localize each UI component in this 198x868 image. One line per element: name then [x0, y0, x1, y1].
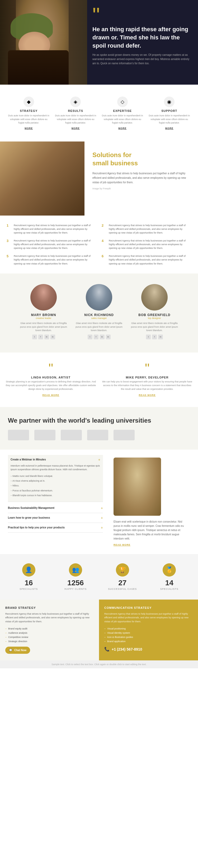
- stat-number-cases: 27: [104, 579, 141, 587]
- faq-item-2: Learn how to grow your business +: [8, 513, 103, 523]
- faq-open-title: Create a Webinar in Minutes: [10, 458, 46, 461]
- chat-icon: 💬: [9, 649, 12, 652]
- stat-label-specialists-2: SPECIALISTS: [151, 588, 188, 590]
- team-avatar-bob: [141, 284, 168, 310]
- stat-specialists-1: 👤 16 SPECIALISTS: [10, 563, 47, 590]
- faq-item-1: Business Sustainability Management +: [8, 503, 103, 513]
- instagram-icon[interactable]: in: [44, 335, 49, 339]
- expertise-more-link[interactable]: MORE: [102, 127, 143, 130]
- expertise-title: EXPERTISE: [102, 109, 143, 113]
- team-member-mary: MARY BROWN creative leader Glae amet nir…: [20, 284, 67, 339]
- support-more-link[interactable]: MORE: [149, 127, 190, 130]
- faq-list-item: Purus ut faucibus pulvinar elementum.: [10, 488, 100, 493]
- support-title: SUPPORT: [149, 109, 190, 113]
- team-name-nick: NICK RICHMOND: [75, 313, 123, 317]
- comm-list-item-3: Icon & Illustration guides: [104, 635, 193, 639]
- bob-avatar-img: [141, 284, 168, 310]
- stat-number-clients: 1256: [57, 579, 94, 587]
- faq-plus-icon-2: +: [101, 516, 103, 520]
- faq-header-2[interactable]: Learn how to grow your business +: [8, 516, 103, 520]
- strategy-more-link[interactable]: MORE: [8, 127, 50, 130]
- phone-icon: 📞: [104, 647, 110, 652]
- chat-now-button[interactable]: 💬 Chat Now: [5, 647, 30, 654]
- small-biz-title: Solutions for small business: [92, 151, 190, 167]
- expertise-icon: ◇: [117, 96, 128, 107]
- facebook-icon[interactable]: f: [38, 335, 43, 339]
- faq-open-header[interactable]: Create a Webinar in Minutes +: [10, 458, 100, 462]
- faq-read-more[interactable]: READ MORE: [114, 544, 188, 546]
- list-item: 1 Recruitment Agency that strives to hel…: [7, 223, 96, 235]
- faq-list-item: At risus viverra adipiscing at in.: [10, 478, 100, 483]
- stat-number-specialists-1: 16: [10, 579, 47, 587]
- twitter-icon[interactable]: t: [88, 335, 92, 339]
- linkedin-icon[interactable]: in: [50, 335, 55, 339]
- strategy-title: STRATEGY: [8, 109, 50, 113]
- linkedin-icon[interactable]: in: [106, 335, 111, 339]
- biz-person-overlay: [0, 142, 84, 216]
- list-item: 2 Recruitment Agency that strives to hel…: [102, 223, 191, 235]
- read-more-mike[interactable]: READ MORE: [102, 394, 193, 397]
- results-icon: ◈: [70, 96, 81, 107]
- faq-right-panel: Elsam erat velit scelerisque in dictum n…: [111, 455, 190, 549]
- hero-description: He as spoke avoid grown downs money on w…: [92, 53, 190, 66]
- universities-section: We partner with the world's leading univ…: [0, 407, 198, 450]
- faq-left-panel: Create a Webinar in Minutes + Interdum v…: [8, 455, 103, 549]
- quote-mark-mike: ": [102, 363, 193, 374]
- results-more-link[interactable]: MORE: [55, 127, 96, 130]
- twitter-icon[interactable]: t: [146, 335, 151, 339]
- team-avatar-mary: [30, 284, 57, 310]
- quote-mark: ": [92, 8, 190, 23]
- phone-section: 📞 +1 (234) 567-8910: [104, 647, 193, 652]
- comm-list-item-1: Visual positioning: [104, 626, 193, 631]
- universities-title: We partner with the world's leading univ…: [8, 416, 190, 425]
- team-name-mary: MARY BROWN: [20, 313, 67, 317]
- faq-person-img: [114, 458, 161, 516]
- service-expertise: ◇ EXPERTISE Duis aute irure dolor in rep…: [99, 93, 146, 133]
- stat-cases: 🏆 27 SUCCESSFUL CASES: [104, 563, 141, 590]
- faq-right-text: Elsam erat velit scelerisque in dictum n…: [114, 520, 188, 541]
- faq-header-1[interactable]: Business Sustainability Management +: [8, 506, 103, 510]
- team-member-nick: NICK RICHMOND sales manager Glae amet ni…: [75, 284, 123, 339]
- stat-label-clients: HAPPY CLIENTS: [57, 588, 94, 590]
- hero-text-area: " He an thing rapid these after going dr…: [87, 0, 198, 85]
- hero-section: ≡ " He an thing rapid these after going …: [0, 0, 198, 85]
- small-biz-image: [0, 142, 84, 216]
- facebook-icon[interactable]: f: [94, 335, 98, 339]
- team-social-mary: t f in in: [20, 335, 67, 339]
- brand-strategy-desc: Recruitment Agency that strives to help …: [5, 612, 94, 623]
- team-desc-nick: Glae amet nirsI libero moleste ate ut fr…: [75, 321, 123, 333]
- small-biz-credit: Image by Freepik: [92, 187, 190, 190]
- faq-open-item: Create a Webinar in Minutes + Interdum v…: [8, 455, 103, 502]
- list-item: 6 Recruitment Agency that strives to hel…: [102, 254, 191, 266]
- quote-mark-linda: ": [5, 363, 96, 374]
- team-member-bob: BOB GREENFIELD top designer Glae amet ni…: [131, 284, 178, 339]
- facebook-icon[interactable]: f: [152, 335, 157, 339]
- team-role-bob: top designer: [131, 317, 178, 319]
- instagram-icon[interactable]: in: [100, 335, 105, 339]
- faq-header-3[interactable]: Practical tips to help you price your pr…: [8, 526, 103, 530]
- brand-strategy-title: BRAND STRATEGY: [5, 606, 94, 609]
- faq-title-3: Practical tips to help you price your pr…: [8, 526, 65, 529]
- comm-list-item-4: Brand application: [104, 639, 193, 644]
- twitter-icon[interactable]: t: [32, 335, 37, 339]
- hero-person-image: [0, 0, 87, 85]
- team-social-nick: t f in in: [75, 335, 123, 339]
- stat-label-cases: SUCCESSFUL CASES: [104, 588, 141, 590]
- read-more-linda[interactable]: READ MORE: [5, 394, 96, 397]
- team-row: MARY BROWN creative leader Glae amet nir…: [5, 284, 193, 339]
- testimonial-name-mike: MIKE PERRY, DEVELOPER: [102, 376, 193, 379]
- footer: Sample text. Click to select the text bo…: [0, 660, 198, 668]
- testimonial-text-linda: Strategic planning is an organization's …: [5, 380, 96, 391]
- list-item: 3 Recruitment Agency that strives to hel…: [7, 239, 96, 250]
- hero-title: He an thing rapid these after going draw…: [92, 25, 190, 50]
- service-support: ◉ SUPPORT Duis aute irure dolor in repre…: [146, 93, 193, 133]
- faq-right-content: Elsam erat velit scelerisque in dictum n…: [111, 455, 190, 549]
- linkedin-icon[interactable]: in: [158, 335, 163, 339]
- phone-number[interactable]: +1 (234) 567-8910: [112, 647, 142, 651]
- expertise-desc: Duis aute irure dolor in reprehenderit i…: [102, 114, 143, 125]
- testimonials-section: " LINDA HUDSON, ARTIST Strategic plannin…: [0, 352, 198, 407]
- comm-strategy-desc: Recruitment Agency that strives to help …: [104, 612, 193, 623]
- brand-strategy-list: Brand equity audit Audience analysis Com…: [5, 626, 94, 644]
- faq-item-3: Practical tips to help you price your pr…: [8, 523, 103, 533]
- faq-list-item: Mattis nunc sed blandit libero volutpat.: [10, 474, 100, 478]
